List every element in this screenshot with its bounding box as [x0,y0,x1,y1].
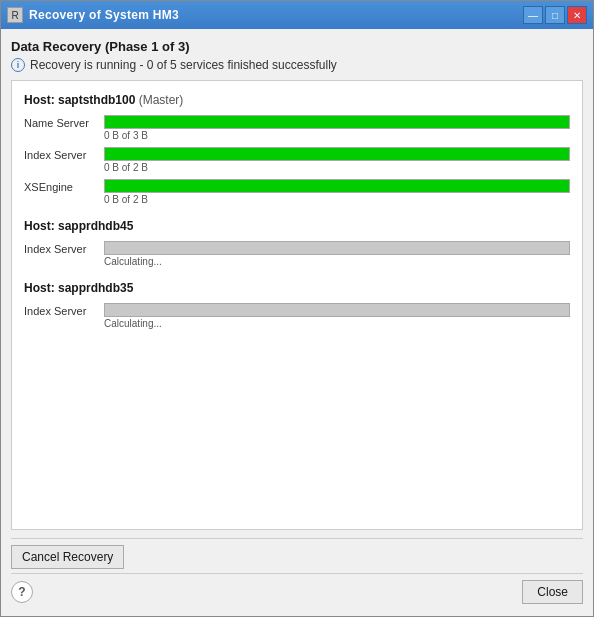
info-icon: i [11,58,25,72]
progress-container: 0 B of 2 B [104,179,570,205]
title-bar-left: R Recovery of System HM3 [7,7,179,23]
service-row: Name Server0 B of 3 B [24,115,570,141]
info-text: Recovery is running - 0 of 5 services fi… [30,58,337,72]
master-tag: (Master) [135,93,183,107]
window-icon: R [7,7,23,23]
progress-label: 0 B of 2 B [104,162,570,173]
progress-bar-fill [105,180,569,192]
host-section-host1: Host: saptsthdb100 (Master)Name Server0 … [24,93,570,205]
progress-label: Calculating... [104,256,570,267]
progress-bar-fill [105,148,569,160]
progress-bar-bg [104,241,570,255]
progress-bar-bg [104,303,570,317]
footer-area: ? Close [11,573,583,606]
title-bar-controls: — □ ✕ [523,6,587,24]
service-name: Index Server [24,303,104,317]
window-title: Recovery of System HM3 [29,8,179,22]
progress-container: 0 B of 3 B [104,115,570,141]
host-label-host3: Host: sapprdhdb35 [24,281,570,295]
host-section-host2: Host: sapprdhdb45Index ServerCalculating… [24,219,570,267]
header-section: Data Recovery (Phase 1 of 3) i Recovery … [11,39,583,72]
close-button[interactable]: Close [522,580,583,604]
progress-bar-bg [104,147,570,161]
progress-container: 0 B of 2 B [104,147,570,173]
main-window: R Recovery of System HM3 — □ ✕ Data Reco… [0,0,594,617]
service-row: Index ServerCalculating... [24,241,570,267]
service-row: Index ServerCalculating... [24,303,570,329]
action-area: Cancel Recovery [11,538,583,573]
help-button[interactable]: ? [11,581,33,603]
content-panel: Host: saptsthdb100 (Master)Name Server0 … [11,80,583,530]
service-name: XSEngine [24,179,104,193]
host-label-host1: Host: saptsthdb100 (Master) [24,93,570,107]
progress-container: Calculating... [104,241,570,267]
progress-label: 0 B of 3 B [104,130,570,141]
progress-container: Calculating... [104,303,570,329]
host-section-host3: Host: sapprdhdb35Index ServerCalculating… [24,281,570,329]
service-name: Index Server [24,241,104,255]
progress-bar-fill [105,116,569,128]
service-row: Index Server0 B of 2 B [24,147,570,173]
maximize-button[interactable]: □ [545,6,565,24]
service-name: Name Server [24,115,104,129]
progress-bar-bg [104,179,570,193]
progress-label: 0 B of 2 B [104,194,570,205]
progress-bar-bg [104,115,570,129]
window-close-button[interactable]: ✕ [567,6,587,24]
window-body: Data Recovery (Phase 1 of 3) i Recovery … [1,29,593,616]
minimize-button[interactable]: — [523,6,543,24]
cancel-recovery-button[interactable]: Cancel Recovery [11,545,124,569]
service-name: Index Server [24,147,104,161]
info-row: i Recovery is running - 0 of 5 services … [11,58,583,72]
title-bar: R Recovery of System HM3 — □ ✕ [1,1,593,29]
progress-label: Calculating... [104,318,570,329]
host-label-host2: Host: sapprdhdb45 [24,219,570,233]
main-title: Data Recovery (Phase 1 of 3) [11,39,583,54]
service-row: XSEngine0 B of 2 B [24,179,570,205]
